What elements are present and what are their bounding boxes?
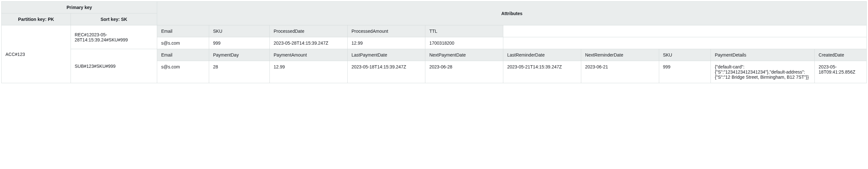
attr-value-payment-day: 28 <box>209 61 270 83</box>
attr-value-processed-amount: 12.99 <box>347 37 425 49</box>
attr-header-email: Email <box>157 49 209 61</box>
attr-value-next-payment-date: 2023-06-28 <box>425 61 503 83</box>
partition-key-header: Partition key: PK <box>2 13 71 25</box>
attr-value-payment-details: {"default-card":{"S":"1234123412341234"}… <box>711 61 815 83</box>
attr-header-sku: SKU <box>659 49 711 61</box>
sort-key-header: Sort key: SK <box>70 13 157 25</box>
sort-key-value: SUB#123#SKU#999 <box>70 49 157 83</box>
attr-value-sku: 999 <box>659 61 711 83</box>
primary-key-header: Primary key <box>2 2 157 13</box>
attr-value-last-reminder-date: 2023-05-21T14:15:39.247Z <box>503 61 581 83</box>
attr-value-processed-date: 2023-05-28T14:15:39.247Z <box>270 37 348 49</box>
sort-key-value: REC#12023-05-28T14:15:39.24#SKU#999 <box>70 25 157 49</box>
empty-cell <box>503 25 867 37</box>
attr-header-created-date: CreatedDate <box>815 49 867 61</box>
attr-value-sku: 999 <box>209 37 270 49</box>
attr-header-payment-amount: PaymentAmount <box>270 49 348 61</box>
dynamodb-table: Primary key Attributes Partition key: PK… <box>1 1 867 83</box>
attr-value-email: s@s.com <box>157 61 209 83</box>
attr-value-last-payment-date: 2023-05-18T14:15:39.247Z <box>347 61 425 83</box>
attr-header-ttl: TTL <box>425 25 503 37</box>
attr-header-processed-amount: ProcessedAmount <box>347 25 425 37</box>
attr-header-payment-day: PaymentDay <box>209 49 270 61</box>
attr-header-last-reminder-date: LastReminderDate <box>503 49 581 61</box>
attr-value-email: s@s.com <box>157 37 209 49</box>
attr-header-payment-details: PaymentDetails <box>711 49 815 61</box>
attributes-header: Attributes <box>157 2 867 25</box>
attr-value-next-reminder-date: 2023-06-21 <box>581 61 659 83</box>
attr-header-sku: SKU <box>209 25 270 37</box>
attr-value-ttl: 1700318200 <box>425 37 503 49</box>
attr-header-email: Email <box>157 25 209 37</box>
table-row: ACC#123 REC#12023-05-28T14:15:39.24#SKU#… <box>2 25 867 37</box>
header-row-1: Primary key Attributes <box>2 2 867 13</box>
attr-value-created-date: 2023-05-18T09:41:25.856Z <box>815 61 867 83</box>
attr-value-payment-amount: 12.99 <box>270 61 348 83</box>
empty-cell <box>503 37 867 49</box>
attr-header-last-payment-date: LastPaymentDate <box>347 49 425 61</box>
table-row: SUB#123#SKU#999 Email PaymentDay Payment… <box>2 49 867 61</box>
attr-header-processed-date: ProcessedDate <box>270 25 348 37</box>
attr-header-next-reminder-date: NextReminderDate <box>581 49 659 61</box>
attr-header-next-payment-date: NextPaymentDate <box>425 49 503 61</box>
partition-key-value: ACC#123 <box>2 25 71 83</box>
